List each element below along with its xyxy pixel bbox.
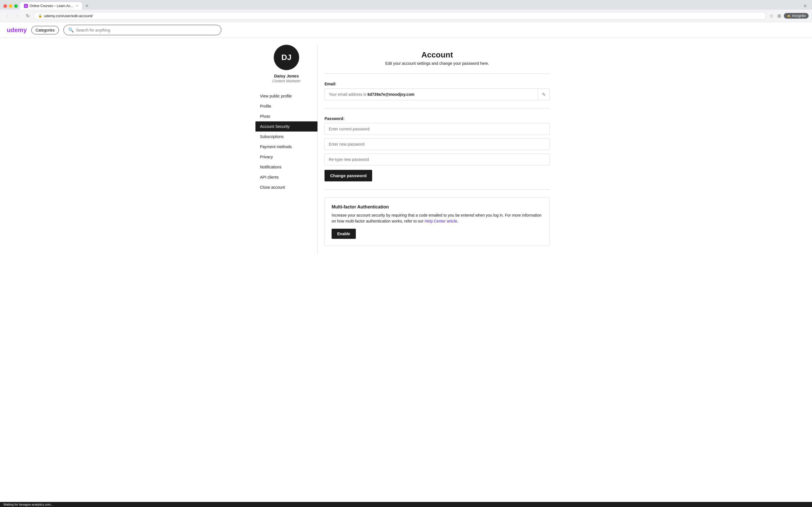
tab-bar: U Online Courses – Learn Anyth... × + ≡ bbox=[20, 2, 809, 10]
change-password-button[interactable]: Change password bbox=[324, 170, 372, 181]
user-name: Daisy Jones bbox=[274, 73, 299, 78]
account-header: Account Edit your account settings and c… bbox=[324, 45, 550, 74]
tab-close-button[interactable]: × bbox=[76, 4, 78, 8]
lock-icon: 🔒 bbox=[38, 14, 42, 18]
password-section: Password: Change password bbox=[324, 108, 550, 189]
email-display: Your email address is 6d739a7e@moodjoy.c… bbox=[325, 89, 538, 100]
help-center-link[interactable]: Help Center article bbox=[424, 219, 457, 223]
forward-button[interactable]: › bbox=[13, 12, 21, 20]
tab-favicon: U bbox=[24, 4, 28, 8]
traffic-lights bbox=[3, 4, 18, 8]
categories-button[interactable]: Categories bbox=[31, 26, 59, 34]
browser-chrome: U Online Courses – Learn Anyth... × + ≡ … bbox=[0, 0, 812, 22]
mfa-title: Multi-factor Authentication bbox=[332, 205, 543, 210]
url-bar[interactable]: 🔒 udemy.com/user/edit-account/ bbox=[34, 12, 766, 20]
sidebar-item-payment-methods[interactable]: Payment methods bbox=[255, 142, 317, 152]
sidebar-item-privacy[interactable]: Privacy bbox=[255, 152, 317, 162]
sidebar-nav: View public profile Profile Photo Accoun… bbox=[255, 91, 317, 192]
mfa-section: Multi-factor Authentication Increase you… bbox=[324, 189, 550, 254]
close-window-button[interactable] bbox=[3, 4, 7, 8]
email-prefix: Your email address is bbox=[329, 92, 367, 97]
password-label: Password: bbox=[324, 116, 550, 121]
main-content: Account Edit your account settings and c… bbox=[317, 45, 557, 254]
search-icon: 🔍 bbox=[68, 27, 74, 33]
user-title: Content Marketer bbox=[272, 79, 301, 83]
page-subtitle: Edit your account settings and change yo… bbox=[324, 61, 550, 66]
incognito-badge: 🕵 Incognito bbox=[784, 13, 809, 18]
new-tab-button[interactable]: + bbox=[83, 3, 91, 10]
new-password-input[interactable] bbox=[324, 138, 550, 150]
sidebar-item-notifications[interactable]: Notifications bbox=[255, 162, 317, 172]
sidebar: DJ Daisy Jones Content Marketer View pub… bbox=[255, 45, 317, 254]
minimize-window-button[interactable] bbox=[9, 4, 12, 8]
tab-title: Online Courses – Learn Anyth... bbox=[30, 4, 74, 8]
sidebar-item-photo[interactable]: Photo bbox=[255, 111, 317, 121]
mfa-description: Increase your account security by requir… bbox=[332, 212, 543, 224]
page-title: Account bbox=[324, 50, 550, 59]
enable-mfa-button[interactable]: Enable bbox=[332, 229, 356, 239]
sidebar-item-close-account[interactable]: Close account bbox=[255, 182, 317, 192]
sidebar-item-api-clients[interactable]: API clients bbox=[255, 172, 317, 182]
email-address: 6d739a7e@moodjoy.com bbox=[367, 92, 414, 97]
logo-text: udemy bbox=[7, 26, 27, 34]
sidebar-item-account-security[interactable]: Account Security bbox=[255, 121, 317, 131]
sidebar-item-view-public-profile[interactable]: View public profile bbox=[255, 91, 317, 101]
search-bar[interactable]: 🔍 bbox=[63, 25, 221, 35]
email-field-wrapper: Your email address is 6d739a7e@moodjoy.c… bbox=[324, 89, 550, 100]
toolbar-actions: ☆ ⊞ 🕵 Incognito bbox=[768, 12, 809, 20]
page-content: udemy Categories 🔍 DJ Daisy Jones Conten… bbox=[0, 22, 812, 504]
maximize-window-button[interactable] bbox=[14, 4, 18, 8]
email-label: Email: bbox=[324, 82, 550, 86]
current-password-input[interactable] bbox=[324, 123, 550, 135]
avatar: DJ bbox=[274, 45, 299, 70]
search-input[interactable] bbox=[76, 28, 216, 33]
mfa-box: Multi-factor Authentication Increase you… bbox=[324, 198, 550, 246]
email-section: Email: Your email address is 6d739a7e@mo… bbox=[324, 74, 550, 108]
avatar-section: DJ Daisy Jones Content Marketer bbox=[255, 45, 317, 89]
mfa-desc-text2: . bbox=[457, 219, 458, 223]
reload-button[interactable]: ↻ bbox=[24, 12, 32, 20]
browser-toolbar: ‹ › ↻ 🔒 udemy.com/user/edit-account/ ☆ ⊞… bbox=[0, 10, 812, 22]
sidebar-item-subscriptions[interactable]: Subscriptions bbox=[255, 131, 317, 142]
incognito-icon: 🕵 bbox=[786, 14, 791, 18]
status-bar: Waiting for hexagon-analytics.com... bbox=[0, 502, 812, 504]
edit-email-button[interactable]: ✎ bbox=[538, 89, 550, 100]
grid-button[interactable]: ⊞ bbox=[776, 12, 782, 20]
url-text: udemy.com/user/edit-account/ bbox=[44, 14, 762, 18]
udemy-logo[interactable]: udemy bbox=[7, 26, 27, 34]
sidebar-item-profile[interactable]: Profile bbox=[255, 101, 317, 111]
retype-password-input[interactable] bbox=[324, 154, 550, 165]
site-header: udemy Categories 🔍 bbox=[0, 22, 812, 38]
active-tab[interactable]: U Online Courses – Learn Anyth... × bbox=[20, 2, 82, 10]
main-layout: DJ Daisy Jones Content Marketer View pub… bbox=[251, 38, 561, 261]
incognito-label: Incognito bbox=[792, 14, 806, 18]
title-bar: U Online Courses – Learn Anyth... × + ≡ bbox=[0, 0, 812, 10]
back-button[interactable]: ‹ bbox=[3, 12, 11, 20]
status-text: Waiting for hexagon-analytics.com... bbox=[3, 503, 53, 504]
bookmark-button[interactable]: ☆ bbox=[768, 12, 774, 20]
tab-menu-button[interactable]: ≡ bbox=[802, 3, 809, 9]
